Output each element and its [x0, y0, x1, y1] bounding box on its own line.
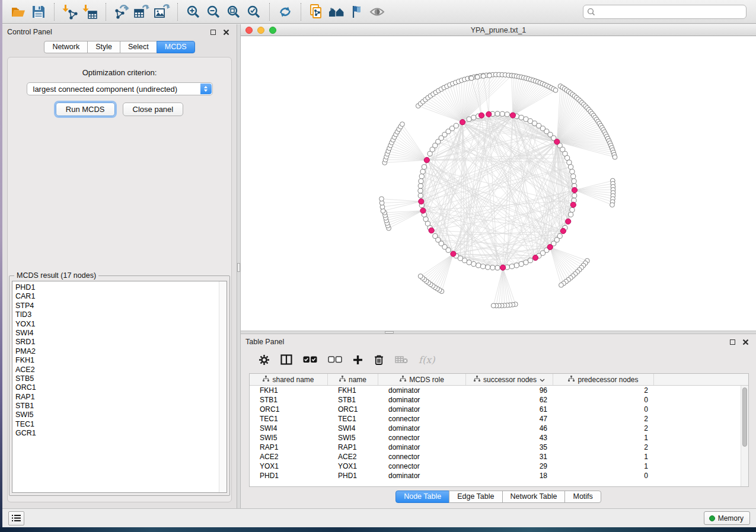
zoom-selected-icon[interactable] [244, 2, 264, 21]
show-column-icon[interactable] [280, 354, 292, 365]
table-cell[interactable]: 43 [466, 433, 553, 443]
table-cell[interactable]: RAP1 [328, 443, 378, 452]
table-cell[interactable]: SWI5 [250, 433, 328, 443]
apply-preferred-layout-icon[interactable] [275, 2, 295, 21]
table-cell[interactable]: connector [378, 414, 466, 424]
table-cell[interactable]: YOX1 [250, 462, 328, 471]
table-cell[interactable]: 35 [466, 443, 553, 452]
export-table-icon[interactable] [132, 2, 152, 21]
table-cell[interactable]: PHD1 [328, 471, 378, 480]
deselect-all-columns-icon[interactable] [328, 356, 342, 363]
save-session-icon[interactable] [28, 2, 49, 21]
table-row[interactable]: SWI4SWI4dominator462 [250, 424, 748, 433]
tab-edge-table[interactable]: Edge Table [449, 491, 502, 503]
mcds-result-list[interactable]: PHD1CAR1STP4TID3YOX1SWI4SRD1PMA2FKH1ACE2… [12, 281, 227, 493]
show-hide-details-icon[interactable] [367, 2, 387, 21]
table-cell[interactable]: dominator [378, 395, 466, 405]
table-cell[interactable]: TEC1 [328, 414, 378, 424]
table-cell[interactable]: SWI4 [250, 424, 328, 433]
table-cell[interactable]: STB1 [250, 395, 328, 405]
network-view-canvas[interactable] [241, 36, 756, 331]
table-cell[interactable]: 0 [553, 471, 654, 480]
column-header-predecessor-nodes[interactable]: predecessor nodes [553, 374, 654, 385]
mcds-result-item[interactable]: SWI4 [12, 329, 218, 338]
zoom-in-icon[interactable] [183, 2, 203, 21]
table-cell[interactable]: ORC1 [250, 405, 328, 414]
mcds-result-item[interactable]: TEC1 [12, 420, 218, 429]
scrollbar-thumb[interactable] [742, 387, 747, 447]
run-mcds-button[interactable]: Run MCDS [56, 102, 115, 116]
table-cell[interactable]: 2 [553, 386, 654, 395]
close-panel-button[interactable]: Close panel [123, 102, 184, 116]
mcds-result-item[interactable]: PHD1 [12, 283, 218, 292]
table-cell[interactable]: dominator [378, 424, 466, 433]
zoom-fit-content-icon[interactable] [224, 2, 244, 21]
select-all-columns-icon[interactable] [303, 356, 317, 363]
table-row[interactable]: PHD1PHD1dominator180 [250, 471, 748, 480]
table-cell[interactable]: SWI5 [328, 433, 378, 443]
close-panel-icon[interactable] [221, 28, 231, 36]
delete-column-icon[interactable] [374, 354, 384, 366]
close-panel-icon[interactable] [741, 338, 750, 346]
zoom-out-icon[interactable] [203, 2, 224, 21]
first-neighbors-icon[interactable] [327, 2, 347, 21]
table-row[interactable]: ORC1ORC1dominator610 [250, 405, 748, 414]
table-row[interactable]: TEC1TEC1connector472 [250, 414, 748, 424]
table-cell[interactable]: 46 [466, 424, 553, 433]
table-cell[interactable]: connector [378, 462, 466, 471]
table-cell[interactable]: 2 [553, 424, 654, 433]
table-cell[interactable]: connector [378, 452, 466, 462]
table-cell[interactable]: dominator [378, 443, 466, 452]
mcds-result-item[interactable]: ACE2 [12, 366, 218, 374]
float-panel-icon[interactable] [208, 28, 218, 36]
table-cell[interactable]: 2 [553, 443, 654, 452]
log-console-button[interactable] [8, 511, 24, 525]
table-cell[interactable]: 29 [466, 462, 553, 471]
table-cell[interactable]: 62 [466, 395, 553, 405]
table-cell[interactable]: 1 [553, 433, 654, 443]
table-row[interactable]: STB1STB1dominator620 [250, 395, 748, 405]
table-cell[interactable]: 1 [553, 452, 654, 462]
new-network-from-selection-icon[interactable] [307, 2, 327, 21]
table-cell[interactable]: 18 [466, 471, 553, 480]
table-scrollbar[interactable] [741, 386, 748, 486]
table-cell[interactable]: dominator [378, 471, 466, 480]
tab-network-table[interactable]: Network Table [502, 491, 566, 503]
table-cell[interactable]: TEC1 [250, 414, 328, 424]
table-cell[interactable]: STB1 [328, 395, 378, 405]
split-handle[interactable] [385, 331, 394, 334]
table-cell[interactable]: 96 [466, 386, 553, 395]
column-header-shared-name[interactable]: shared name [250, 374, 328, 385]
table-cell[interactable]: PHD1 [250, 471, 328, 480]
tab-select[interactable]: Select [120, 41, 157, 53]
table-cell[interactable]: 0 [553, 405, 654, 414]
vertical-split-divider[interactable] [237, 24, 241, 508]
create-column-icon[interactable] [353, 355, 363, 365]
export-image-icon[interactable] [152, 2, 172, 21]
mcds-result-item[interactable]: ORC1 [12, 383, 218, 392]
table-cell[interactable]: FKH1 [250, 386, 328, 395]
table-cell[interactable]: RAP1 [250, 443, 328, 452]
mcds-list-scrollbar[interactable] [219, 281, 227, 492]
table-mode-gear-icon[interactable] [259, 354, 270, 366]
mcds-result-item[interactable]: SRD1 [12, 338, 218, 347]
table-row[interactable]: YOX1YOX1connector291 [250, 462, 748, 471]
mcds-result-item[interactable]: PMA2 [12, 347, 218, 356]
export-network-icon[interactable] [111, 2, 132, 21]
import-table-icon[interactable] [80, 2, 100, 21]
column-header-MCDS-role[interactable]: MCDS role [378, 374, 466, 385]
tab-network[interactable]: Network [44, 41, 88, 53]
table-cell[interactable]: ACE2 [250, 452, 328, 462]
float-panel-icon[interactable] [728, 338, 737, 346]
mcds-result-item[interactable]: YOX1 [12, 320, 218, 329]
table-cell[interactable]: 47 [466, 414, 553, 424]
criterion-dropdown[interactable]: largest connected component (undirected) [27, 82, 213, 95]
mcds-result-item[interactable]: FKH1 [12, 356, 218, 365]
split-handle[interactable] [237, 263, 240, 272]
tab-motifs[interactable]: Motifs [564, 491, 601, 503]
mcds-result-item[interactable]: STB1 [12, 402, 218, 411]
table-cell[interactable]: FKH1 [328, 386, 378, 395]
table-cell[interactable]: 61 [466, 405, 553, 414]
tab-style[interactable]: Style [87, 41, 120, 53]
table-cell[interactable]: 1 [553, 462, 654, 471]
